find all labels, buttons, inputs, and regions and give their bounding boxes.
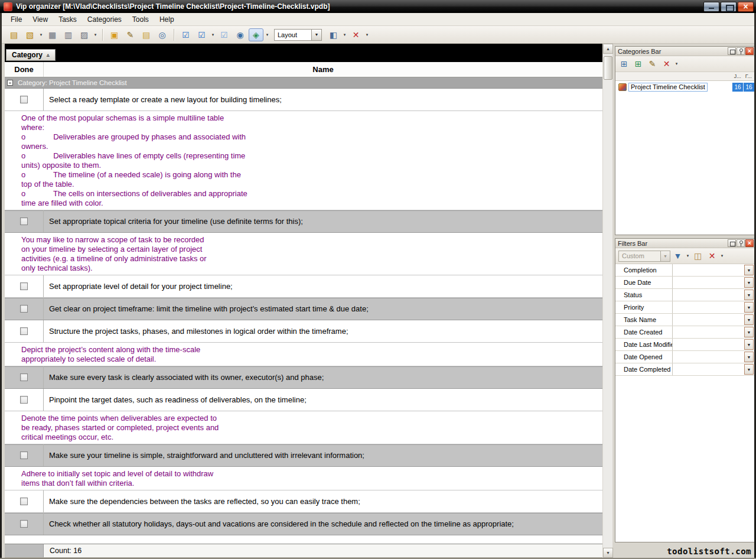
filters-bar-header[interactable]: Filters Bar	[615, 239, 754, 248]
filter-dropdown-button[interactable]: ▼	[744, 290, 754, 300]
task-checkbox[interactable]	[20, 282, 28, 290]
new-task-button[interactable]: ▣	[107, 28, 122, 41]
note-row[interactable]: Adhere to initially set topic and level …	[5, 467, 602, 490]
task-row[interactable]: Check whether all statutory holidays, da…	[5, 513, 602, 535]
new-notebook-button[interactable]: ▤	[6, 28, 21, 41]
pin-panel-icon[interactable]	[737, 239, 745, 247]
minimize-button[interactable]	[703, 2, 719, 12]
close-panel-icon[interactable]	[745, 47, 754, 55]
category-item[interactable]: Project Timeline Checklist 16 16	[615, 82, 754, 92]
filter-dropdown-button[interactable]: ▼	[744, 277, 754, 288]
task-row[interactable]: Make sure the dependencies between the t…	[5, 490, 602, 513]
task-row[interactable]: Make sure your timeline is simple, strai…	[5, 444, 602, 467]
filter-value[interactable]: ▼	[673, 277, 754, 288]
filter-dropdown-button[interactable]: ▼	[744, 327, 754, 337]
find-tasks-button[interactable]: ◉	[233, 28, 247, 41]
menu-file[interactable]: File	[5, 14, 27, 25]
menu-help[interactable]: Help	[154, 14, 180, 25]
export-dropdown-arrow-icon[interactable]: ▾	[93, 32, 98, 37]
filter-dropdown-button[interactable]: ▼	[744, 302, 754, 313]
delete-layout-dropdown-arrow-icon[interactable]: ▾	[364, 32, 370, 37]
delete-category-button[interactable]: ✕	[660, 58, 673, 70]
task-name[interactable]: Select a ready template or create a new …	[44, 89, 602, 110]
customize-filter-dropdown-arrow-icon[interactable]: ▾	[685, 254, 690, 258]
edit-category-button[interactable]: ✎	[646, 58, 659, 70]
task-row[interactable]: Pinpoint the target dates, such as readi…	[5, 389, 602, 411]
print-preview-button[interactable]: ▥	[61, 28, 76, 41]
view-task-button[interactable]: ◎	[155, 28, 170, 41]
open-notebook-dropdown-arrow-icon[interactable]: ▾	[38, 32, 44, 37]
task-name[interactable]: Make sure your timeline is simple, strai…	[44, 444, 602, 466]
note-row[interactable]: Depict the project’s content along with …	[5, 343, 602, 366]
task-name[interactable]: Set appropriate topical criteria for you…	[44, 210, 602, 232]
scrollbar-thumb[interactable]	[604, 56, 612, 80]
complete-task-options-dropdown-arrow-icon[interactable]: ▾	[210, 32, 216, 37]
note-row[interactable]: You may like to narrow a scope of task t…	[5, 233, 602, 275]
task-checkbox[interactable]	[20, 305, 28, 313]
task-row[interactable]: Make sure every task is clearly associat…	[5, 366, 602, 389]
delete-filter-button[interactable]: ✕	[705, 250, 719, 262]
task-checkbox[interactable]	[20, 96, 28, 103]
task-checkbox[interactable]	[20, 498, 28, 505]
open-notebook-button[interactable]: ▧	[22, 28, 37, 41]
filter-dropdown-button[interactable]: ▼	[744, 265, 754, 275]
filter-dropdown-button[interactable]: ▼	[744, 339, 754, 350]
filter-preset-combo[interactable]: Custom ▼	[618, 251, 670, 262]
task-row[interactable]: Select a ready template or create a new …	[5, 89, 602, 111]
task-notes-button[interactable]: ▤	[139, 28, 154, 41]
maximize-button[interactable]	[721, 2, 737, 12]
pin-panel-icon[interactable]	[737, 47, 745, 55]
filter-value[interactable]: ▼	[673, 326, 754, 338]
float-panel-icon[interactable]	[728, 47, 736, 55]
layout-combo-value[interactable]: Layout	[274, 29, 312, 41]
task-checkbox[interactable]	[20, 217, 28, 225]
view-mode-dropdown-arrow-icon[interactable]: ▾	[265, 32, 270, 37]
filter-dropdown-button[interactable]: ▼	[744, 314, 754, 325]
toggle-complete-button[interactable]: ☑	[217, 28, 232, 41]
manage-layout-button[interactable]: ◧	[326, 28, 341, 41]
column-header-name[interactable]: Name	[44, 62, 602, 77]
task-name[interactable]: Structure the project tasks, phases, and…	[44, 320, 602, 342]
delete-filter-dropdown-arrow-icon[interactable]: ▾	[719, 254, 725, 258]
filter-value[interactable]: ▼	[673, 339, 754, 350]
layout-combo[interactable]: Layout▼	[274, 29, 322, 41]
grouped-column-category[interactable]: Category ▵	[6, 49, 56, 61]
print-button[interactable]: ▦	[45, 28, 60, 41]
float-panel-icon[interactable]	[728, 239, 736, 247]
task-row[interactable]: Set appropriate level of detail for your…	[5, 275, 602, 298]
filter-value[interactable]: ▼	[673, 289, 754, 301]
complete-task-button[interactable]: ☑	[178, 28, 193, 41]
task-checkbox[interactable]	[20, 396, 28, 404]
filter-dropdown-button[interactable]: ▼	[744, 364, 754, 375]
filter-value[interactable]: ▼	[673, 351, 754, 363]
note-row[interactable]: One of the most popular schemas is a sim…	[5, 111, 602, 210]
menu-view[interactable]: View	[27, 14, 53, 25]
task-row[interactable]: Set appropriate topical criteria for you…	[5, 210, 602, 233]
close-button[interactable]	[738, 2, 754, 12]
collapse-icon[interactable]	[7, 80, 13, 86]
delete-category-dropdown-arrow-icon[interactable]: ▾	[674, 61, 679, 66]
filter-value[interactable]: ▼	[673, 314, 754, 326]
filter-value[interactable]: ▼	[673, 363, 754, 375]
menu-tasks[interactable]: Tasks	[53, 14, 82, 25]
customize-filter-button[interactable]: ▼	[671, 250, 685, 262]
task-row[interactable]: Structure the project tasks, phases, and…	[5, 320, 602, 343]
filter-value[interactable]: ▼	[673, 301, 754, 313]
category-item-label[interactable]: Project Timeline Checklist	[628, 83, 708, 92]
layout-combo-arrow-icon[interactable]: ▼	[312, 29, 322, 41]
categories-bar-header[interactable]: Categories Bar	[615, 47, 754, 56]
filter-value[interactable]: ▼	[673, 264, 754, 276]
new-subcategory-button[interactable]: ⊞	[631, 58, 645, 70]
scroll-up-button[interactable]	[603, 44, 613, 54]
scroll-down-button[interactable]	[603, 548, 613, 558]
task-checkbox[interactable]	[20, 520, 28, 528]
task-name[interactable]: Make sure the dependencies between the t…	[44, 490, 602, 512]
complete-task-options-button[interactable]: ☑	[194, 28, 209, 41]
task-name[interactable]: Set appropriate level of detail for your…	[44, 275, 602, 297]
vertical-scrollbar[interactable]	[602, 44, 612, 558]
new-category-button[interactable]: ⊞	[617, 58, 631, 70]
filter-dropdown-button[interactable]: ▼	[744, 352, 754, 362]
column-header-done[interactable]: Done	[5, 62, 44, 77]
task-name[interactable]: Check whether all statutory holidays, da…	[44, 513, 602, 535]
edit-task-button[interactable]: ✎	[123, 28, 138, 41]
